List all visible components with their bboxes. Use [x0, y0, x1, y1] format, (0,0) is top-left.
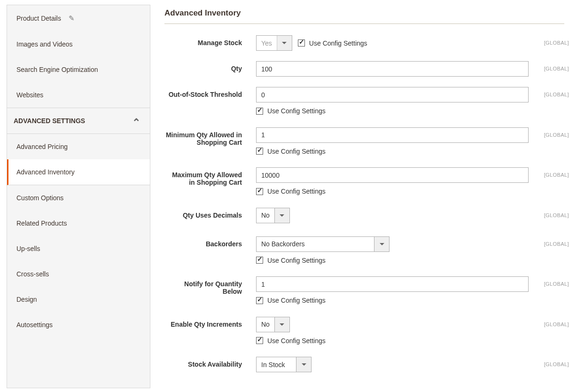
sidebar-item-label: Advanced Inventory	[16, 168, 75, 176]
backorders-select[interactable]: No Backorders	[256, 236, 390, 252]
out-of-stock-threshold-input[interactable]	[256, 87, 529, 102]
field-qty: Qty [GLOBAL]	[164, 61, 569, 77]
sidebar-item-seo[interactable]: Search Engine Optimization	[7, 57, 150, 82]
select-value: Yes	[257, 36, 277, 50]
qty-input[interactable]	[256, 61, 529, 77]
enable-increments-select[interactable]: No	[256, 317, 290, 332]
qty-decimals-select[interactable]: No	[256, 208, 290, 223]
chevron-up-icon	[132, 117, 140, 125]
scope-label: [GLOBAL]	[536, 276, 569, 287]
chevron-down-icon	[374, 237, 389, 251]
sidebar: Product Details Images and Videos Search…	[7, 5, 150, 388]
checkbox-label: Use Config Settings	[309, 39, 367, 47]
sidebar-item-label: Autosettings	[16, 321, 53, 329]
checkbox-label: Use Config Settings	[267, 148, 326, 155]
chevron-down-icon	[277, 36, 292, 50]
sidebar-item-websites[interactable]: Websites	[7, 82, 150, 108]
field-max-qty-cart: Maximum Qty Allowed in Shopping Cart Use…	[164, 167, 569, 201]
scope-label: [GLOBAL]	[536, 87, 569, 97]
checkbox-label: Use Config Settings	[267, 107, 326, 115]
select-value: No	[257, 208, 274, 223]
scope-label: [GLOBAL]	[536, 127, 569, 138]
chevron-down-icon	[274, 317, 289, 332]
field-qty-decimals: Qty Uses Decimals No [GLOBAL]	[164, 208, 569, 223]
checkbox-icon	[256, 257, 263, 264]
checkbox-icon	[298, 39, 305, 47]
page-title: Advanced Inventory	[164, 8, 564, 24]
use-config-checkbox[interactable]: Use Config Settings	[256, 148, 326, 155]
sidebar-item-label: Custom Options	[16, 194, 63, 202]
manage-stock-select[interactable]: Yes	[256, 35, 292, 51]
field-label: Notify for Quantity Below	[164, 276, 256, 295]
sidebar-item-custom-options[interactable]: Custom Options	[7, 185, 150, 211]
scope-label: [GLOBAL]	[536, 236, 569, 247]
checkbox-icon	[256, 188, 263, 195]
field-label: Manage Stock	[164, 35, 256, 47]
sidebar-section-label: Advanced Settings	[14, 117, 85, 125]
scope-label: [GLOBAL]	[536, 357, 569, 367]
select-value: In Stock	[257, 357, 296, 372]
field-label: Stock Availability	[164, 357, 256, 368]
max-qty-input[interactable]	[256, 167, 529, 183]
sidebar-item-label: Images and Videos	[16, 40, 73, 48]
sidebar-item-product-details[interactable]: Product Details	[7, 5, 150, 31]
field-label: Qty	[164, 61, 256, 72]
sidebar-item-label: Websites	[16, 91, 43, 99]
pencil-icon	[69, 15, 75, 22]
field-out-of-stock-threshold: Out-of-Stock Threshold Use Config Settin…	[164, 87, 569, 121]
checkbox-label: Use Config Settings	[267, 337, 326, 345]
field-manage-stock: Manage Stock Yes Use Config Settings [GL…	[164, 35, 569, 51]
sidebar-item-related-products[interactable]: Related Products	[7, 211, 150, 236]
sidebar-item-label: Related Products	[16, 220, 67, 227]
field-stock-availability: Stock Availability In Stock [GLOBAL]	[164, 357, 569, 372]
notify-qty-input[interactable]	[256, 276, 529, 292]
sidebar-item-label: Advanced Pricing	[16, 143, 68, 150]
min-qty-input[interactable]	[256, 127, 529, 143]
use-config-checkbox[interactable]: Use Config Settings	[256, 107, 326, 115]
checkbox-icon	[256, 148, 263, 155]
field-min-qty-cart: Minimum Qty Allowed in Shopping Cart Use…	[164, 127, 569, 161]
stock-availability-select[interactable]: In Stock	[256, 357, 312, 372]
scope-label: [GLOBAL]	[536, 35, 569, 46]
checkbox-icon	[256, 297, 263, 304]
select-value: No	[257, 317, 274, 332]
scope-label: [GLOBAL]	[536, 61, 569, 71]
field-enable-qty-increments: Enable Qty Increments No Use Config Sett…	[164, 317, 569, 351]
field-notify-qty-below: Notify for Quantity Below Use Config Set…	[164, 276, 569, 310]
sidebar-item-advanced-pricing[interactable]: Advanced Pricing	[7, 134, 150, 159]
field-backorders: Backorders No Backorders Use Config Sett…	[164, 236, 569, 270]
sidebar-item-up-sells[interactable]: Up-sells	[7, 236, 150, 261]
field-label: Minimum Qty Allowed in Shopping Cart	[164, 127, 256, 146]
field-label: Qty Uses Decimals	[164, 208, 256, 219]
select-value: No Backorders	[257, 237, 374, 251]
checkbox-label: Use Config Settings	[267, 188, 326, 195]
scope-label: [GLOBAL]	[536, 167, 569, 178]
sidebar-item-design[interactable]: Design	[7, 287, 150, 312]
use-config-checkbox[interactable]: Use Config Settings	[256, 337, 326, 345]
checkbox-icon	[256, 108, 263, 115]
sidebar-section-advanced-settings[interactable]: Advanced Settings	[7, 108, 150, 134]
use-config-checkbox[interactable]: Use Config Settings	[256, 297, 326, 304]
checkbox-label: Use Config Settings	[267, 257, 326, 264]
chevron-down-icon	[296, 357, 311, 372]
sidebar-item-advanced-inventory[interactable]: Advanced Inventory	[7, 159, 150, 185]
sidebar-item-label: Design	[16, 296, 37, 303]
use-config-checkbox[interactable]: Use Config Settings	[256, 188, 326, 195]
sidebar-item-cross-sells[interactable]: Cross-sells	[7, 261, 150, 287]
scope-label: [GLOBAL]	[536, 317, 569, 327]
field-label: Out-of-Stock Threshold	[164, 87, 256, 98]
use-config-checkbox[interactable]: Use Config Settings	[298, 39, 367, 47]
sidebar-item-images-videos[interactable]: Images and Videos	[7, 31, 150, 57]
field-label: Backorders	[164, 236, 256, 248]
field-label: Maximum Qty Allowed in Shopping Cart	[164, 167, 256, 186]
field-label: Enable Qty Increments	[164, 317, 256, 328]
checkbox-icon	[256, 337, 263, 344]
sidebar-item-label: Cross-sells	[16, 270, 49, 278]
sidebar-item-label: Search Engine Optimization	[16, 66, 98, 73]
use-config-checkbox[interactable]: Use Config Settings	[256, 257, 326, 264]
sidebar-item-autosettings[interactable]: Autosettings	[7, 312, 150, 337]
sidebar-item-label: Up-sells	[16, 245, 40, 252]
sidebar-item-label: Product Details	[16, 15, 61, 22]
chevron-down-icon	[274, 208, 289, 223]
checkbox-label: Use Config Settings	[267, 297, 326, 304]
